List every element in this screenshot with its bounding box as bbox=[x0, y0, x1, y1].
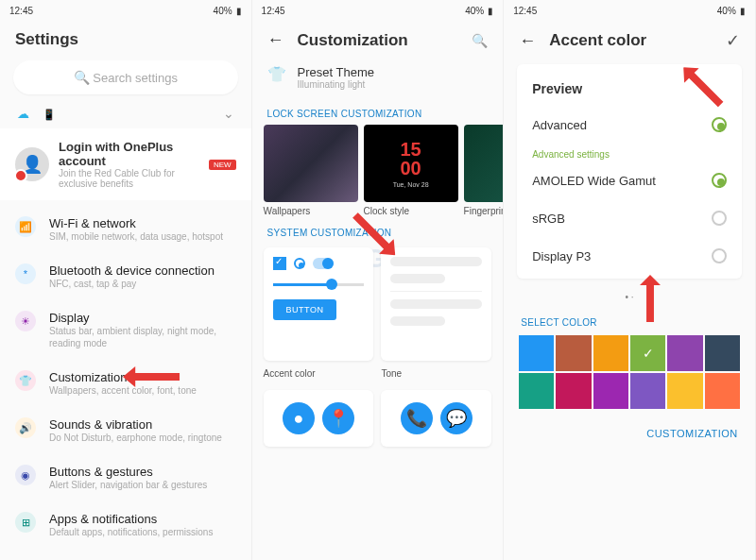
menu-subtitle: Status bar, ambient display, night mode,… bbox=[49, 325, 236, 349]
menu-item-bluetooth-device-connection[interactable]: * Bluetooth & device connection NFC, cas… bbox=[0, 253, 251, 300]
menu-item-apps-notifications[interactable]: ⊞ Apps & notifications Default apps, not… bbox=[0, 501, 251, 549]
accent-color-card[interactable]: BUTTON bbox=[264, 247, 374, 361]
lock-scroller[interactable]: 15 00 Tue, Nov 28 bbox=[252, 125, 504, 202]
status-bar: 12:45 40% ▮ bbox=[0, 0, 251, 21]
menu-subtitle: Do Not Disturb, earphone mode, ringtone bbox=[49, 432, 222, 444]
login-title: Login with OnePlus account bbox=[59, 140, 199, 168]
phone-icon bbox=[43, 107, 56, 121]
select-color-header: SELECT COLOR bbox=[504, 308, 755, 335]
status-bar: 12:45 40%▮ bbox=[252, 0, 504, 21]
color-swatch[interactable] bbox=[593, 335, 628, 371]
color-mode-option[interactable]: AMOLED Wide Gamut bbox=[517, 161, 742, 199]
preset-sub: Illuminating light bbox=[298, 79, 374, 90]
page-title: Customization bbox=[298, 31, 408, 50]
page-title: Settings bbox=[15, 30, 78, 49]
back-button[interactable] bbox=[519, 31, 536, 51]
phone-icon: 📞 bbox=[401, 402, 433, 434]
clock-min: 00 bbox=[400, 159, 421, 178]
label-clock: Clock style bbox=[364, 206, 458, 216]
color-swatch[interactable] bbox=[593, 373, 628, 409]
message-icon: 💬 bbox=[440, 402, 472, 434]
search-input[interactable]: Search settings bbox=[13, 60, 238, 94]
status-time: 12:45 bbox=[9, 6, 33, 16]
radio-icon bbox=[294, 258, 305, 269]
color-swatch[interactable] bbox=[667, 335, 702, 371]
color-swatch[interactable] bbox=[556, 335, 591, 371]
menu-title: Buttons & gestures bbox=[49, 465, 207, 479]
shape-card[interactable]: 📞 💬 bbox=[381, 390, 491, 447]
radio-off-icon bbox=[712, 211, 727, 226]
search-icon bbox=[74, 71, 90, 85]
clock-hour: 15 bbox=[400, 140, 421, 159]
color-swatch[interactable] bbox=[519, 373, 554, 409]
menu-icon: 📶 bbox=[15, 216, 36, 237]
menu-subtitle: Wallpapers, accent color, font, tone bbox=[49, 384, 197, 397]
customization-header: Customization bbox=[252, 21, 504, 56]
wallpaper-card[interactable] bbox=[264, 125, 358, 202]
settings-header: Settings bbox=[0, 21, 251, 55]
cloud-icon bbox=[17, 107, 29, 121]
menu-item-display[interactable]: ☀ Display Status bar, ambient display, n… bbox=[0, 300, 251, 360]
menu-subtitle: SIM, mobile network, data usage, hotspot bbox=[49, 230, 223, 243]
menu-item-customization[interactable]: 👕 Customization Wallpapers, accent color… bbox=[0, 360, 251, 407]
tone-card[interactable] bbox=[381, 247, 491, 361]
icon-pack-card[interactable]: ● 📍 bbox=[264, 390, 374, 447]
menu-icon: 🔊 bbox=[15, 417, 36, 438]
login-subtitle: Join the Red Cable Club for exclusive be… bbox=[59, 168, 199, 189]
color-swatch[interactable] bbox=[519, 335, 554, 371]
menu-icon: ⊞ bbox=[15, 512, 36, 533]
section-header-lock: LOCK SCREEN CUSTOMIZATION bbox=[252, 99, 504, 125]
color-swatch[interactable] bbox=[667, 373, 702, 409]
status-time: 12:45 bbox=[262, 6, 285, 16]
settings-pane: 12:45 40% ▮ Settings Search settings 👤 L… bbox=[0, 0, 252, 560]
menu-icon: 👕 bbox=[15, 370, 36, 391]
radio-on-icon bbox=[712, 117, 727, 132]
login-row[interactable]: 👤 Login with OnePlus account Join the Re… bbox=[0, 128, 251, 200]
color-swatch[interactable] bbox=[705, 373, 740, 409]
search-button[interactable] bbox=[472, 33, 488, 48]
status-battery: 40% bbox=[465, 6, 484, 16]
advanced-settings-label: Advanced settings bbox=[517, 144, 742, 161]
menu-item-sounds-vibration[interactable]: 🔊 Sounds & vibration Do Not Disturb, ear… bbox=[0, 407, 251, 454]
battery-icon: ▮ bbox=[488, 6, 493, 16]
confirm-button[interactable] bbox=[726, 30, 740, 51]
color-mode-option[interactable]: Display P3 bbox=[517, 237, 742, 275]
label-fingerprint: Fingerprint bbox=[464, 206, 505, 216]
slider-icon bbox=[273, 283, 365, 286]
menu-subtitle: Default apps, notifications, permissions bbox=[49, 526, 213, 538]
battery-icon: ▮ bbox=[236, 6, 242, 16]
radio-on-icon bbox=[712, 173, 727, 188]
menu-icon: ◉ bbox=[15, 465, 36, 485]
color-swatch[interactable] bbox=[556, 373, 591, 409]
clock-date: Tue, Nov 28 bbox=[393, 181, 429, 188]
color-swatch[interactable] bbox=[705, 335, 740, 371]
menu-item-wi-fi-network[interactable]: 📶 Wi-Fi & network SIM, mobile network, d… bbox=[0, 206, 251, 253]
shirt-icon bbox=[267, 65, 286, 83]
menu-title: Wi-Fi & network bbox=[49, 216, 223, 230]
menu-item-buttons-gestures[interactable]: ◉ Buttons & gestures Alert Slider, navig… bbox=[0, 454, 251, 501]
color-swatch[interactable] bbox=[630, 373, 665, 409]
customization-link[interactable]: CUSTOMIZATION bbox=[504, 409, 755, 447]
circle-icon: ● bbox=[283, 402, 315, 434]
battery-icon: ▮ bbox=[740, 6, 746, 16]
menu-title: Sounds & vibration bbox=[49, 417, 222, 432]
sys-labels: Accent color Tone bbox=[252, 365, 504, 382]
fingerprint-card[interactable] bbox=[464, 125, 504, 202]
status-time: 12:45 bbox=[513, 6, 537, 16]
chevron-down-icon bbox=[223, 106, 234, 121]
checkbox-icon bbox=[273, 257, 286, 270]
color-swatch[interactable]: ✓ bbox=[630, 335, 665, 371]
clock-style-card[interactable]: 15 00 Tue, Nov 28 bbox=[364, 125, 458, 202]
menu-subtitle: NFC, cast, tap & pay bbox=[49, 278, 215, 290]
label-tone: Tone bbox=[381, 368, 491, 379]
preset-title: Preset Theme bbox=[298, 65, 374, 79]
status-battery: 40% bbox=[214, 6, 232, 16]
preview-advanced-row[interactable]: Advanced bbox=[517, 106, 742, 144]
color-mode-option[interactable]: sRGB bbox=[517, 199, 742, 237]
back-button[interactable] bbox=[267, 30, 284, 50]
menu-title: Display bbox=[49, 311, 236, 325]
option-label: AMOLED Wide Gamut bbox=[532, 174, 656, 188]
cloud-row[interactable] bbox=[0, 100, 251, 127]
preset-theme-row[interactable]: Preset Theme Illuminating light bbox=[252, 56, 504, 99]
menu-icon: * bbox=[15, 263, 36, 284]
